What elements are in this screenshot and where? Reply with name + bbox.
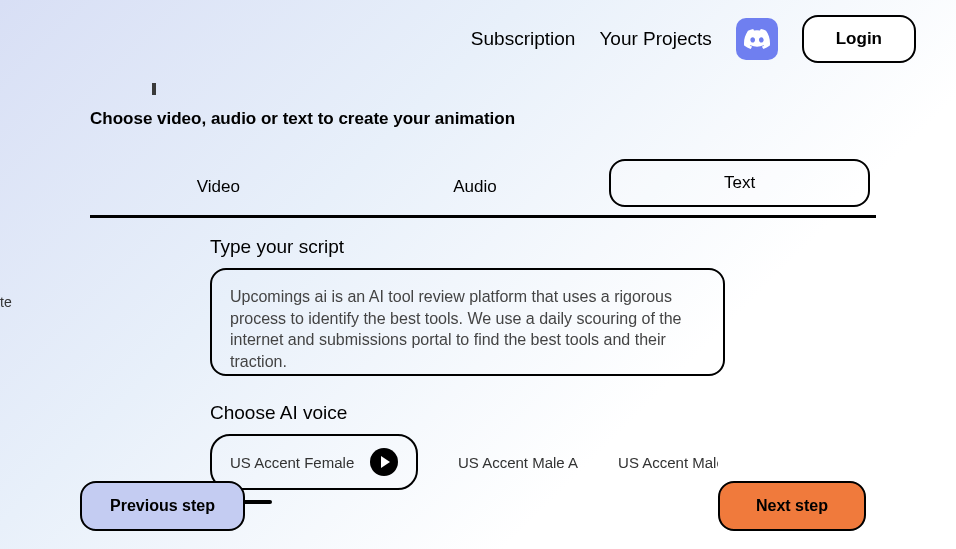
tab-text[interactable]: Text <box>609 159 870 207</box>
instruction-text: Choose video, audio or text to create yo… <box>90 109 876 129</box>
step-indicator <box>152 83 156 95</box>
nav-subscription[interactable]: Subscription <box>471 28 576 50</box>
voice-label: Choose AI voice <box>210 402 776 424</box>
input-type-tabs: Video Audio Text <box>90 159 876 218</box>
nav-projects[interactable]: Your Projects <box>599 28 711 50</box>
header: Subscription Your Projects Login <box>0 0 956 73</box>
voice-option-3[interactable]: US Accent Male <box>618 454 718 471</box>
discord-icon <box>744 26 770 52</box>
next-step-button[interactable]: Next step <box>718 481 866 531</box>
play-icon[interactable] <box>370 448 398 476</box>
script-label: Type your script <box>210 236 776 258</box>
tab-video[interactable]: Video <box>90 163 347 211</box>
text-input-section: Type your script Choose AI voice US Acce… <box>90 236 876 504</box>
discord-button[interactable] <box>736 18 778 60</box>
voice-option-label: US Accent Female F <box>230 454 358 471</box>
voice-option-2[interactable]: US Accent Male A <box>458 454 578 471</box>
previous-step-button[interactable]: Previous step <box>80 481 245 531</box>
script-input[interactable] <box>210 268 725 376</box>
tab-audio[interactable]: Audio <box>347 163 604 211</box>
edge-fragment: te <box>0 294 12 310</box>
step-navigation: Previous step Next step <box>80 481 866 531</box>
main-content: Choose video, audio or text to create yo… <box>0 73 956 504</box>
login-button[interactable]: Login <box>802 15 916 63</box>
